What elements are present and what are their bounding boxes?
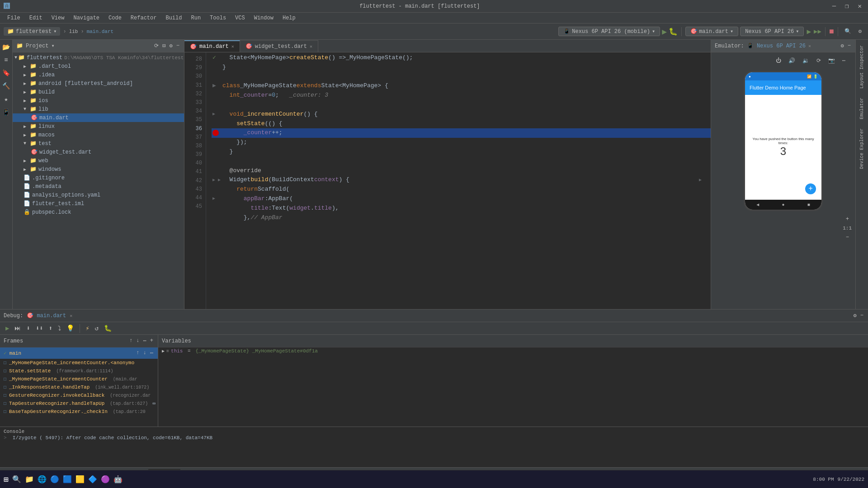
tree-idea[interactable]: ▶ 📁 .idea bbox=[13, 70, 184, 79]
run-to-cursor-btn[interactable]: ⤵ bbox=[56, 324, 63, 333]
frame-check-in[interactable]: □ BaseTapGestureRecognizer._checkIn (tap… bbox=[0, 408, 158, 416]
frames-down-btn[interactable]: ↓ bbox=[135, 337, 140, 345]
maximize-button[interactable]: ❐ bbox=[842, 2, 851, 10]
frame-main-more[interactable]: ⋯ bbox=[149, 349, 154, 357]
tab-main-close[interactable]: ✕ bbox=[231, 44, 234, 49]
tree-windows[interactable]: ▶ 📁 windows bbox=[13, 165, 184, 174]
frame-tap-up[interactable]: □ TapGestureRecognizer.handleTapUp (tap.… bbox=[0, 399, 158, 408]
hot-reload-btn[interactable]: ⚡ bbox=[84, 324, 91, 333]
close-button[interactable]: ✕ bbox=[855, 2, 864, 10]
menu-navigate[interactable]: Navigate bbox=[70, 14, 103, 22]
windows-start-icon[interactable]: ⊞ bbox=[4, 474, 9, 484]
menu-tools[interactable]: Tools bbox=[206, 14, 230, 22]
resume-btn[interactable]: ▶ bbox=[4, 324, 11, 333]
device-file-icon[interactable]: 📱 bbox=[0, 107, 12, 118]
menu-run[interactable]: Run bbox=[187, 14, 204, 22]
tree-gitignore[interactable]: 📄 .gitignore bbox=[13, 174, 184, 182]
run-button[interactable]: ▶ bbox=[662, 27, 667, 37]
menu-refactor[interactable]: Refactor bbox=[127, 14, 160, 22]
tab-widget-close[interactable]: ✕ bbox=[310, 44, 312, 49]
force-step-into-btn[interactable]: ⬇⬇ bbox=[34, 324, 45, 333]
frame-main[interactable]: ✓ main ↑ ↓ ⋯ bbox=[0, 347, 158, 359]
taskbar-ae-icon[interactable]: 🟨 bbox=[75, 475, 85, 484]
menu-edit[interactable]: Edit bbox=[26, 14, 46, 22]
evaluate-btn[interactable]: 💡 bbox=[65, 324, 76, 333]
menu-view[interactable]: View bbox=[48, 14, 68, 22]
frames-more-btn[interactable]: ⋯ bbox=[142, 337, 147, 345]
tree-main-dart[interactable]: 🎯 main.dart bbox=[13, 113, 184, 122]
tree-linux[interactable]: ▶ 📁 linux bbox=[13, 122, 184, 131]
snapshot-btn[interactable]: 📷 bbox=[826, 56, 838, 66]
debug-settings-btn[interactable]: ⚙ bbox=[853, 311, 858, 320]
taskbar-android-icon[interactable]: 🤖 bbox=[113, 475, 123, 484]
code-content[interactable]: ✓ State<MyHomePage> createState() => _My… bbox=[206, 52, 711, 309]
run-action-button[interactable]: ▶ bbox=[807, 27, 811, 36]
taskbar-file-icon[interactable]: 📁 bbox=[25, 475, 34, 484]
structure-icon[interactable]: ≡ bbox=[2, 55, 9, 66]
frame-invoke-callback[interactable]: □ GestureRecognizer.invokeCallback (reco… bbox=[0, 391, 158, 399]
frame-setstate[interactable]: □ State.setState (framework.dart:1114) bbox=[0, 367, 158, 375]
frame-increment-anon[interactable]: □ _MyHomePageState_incrementCounter.<ano… bbox=[0, 359, 158, 367]
frame-handle-tap[interactable]: □ _InkResponseState.handleTap (ink_well.… bbox=[0, 383, 158, 391]
step-out-btn[interactable]: ⬆ bbox=[47, 324, 54, 333]
taskbar-vs2-icon[interactable]: 🟣 bbox=[101, 475, 110, 484]
menu-file[interactable]: File bbox=[4, 14, 24, 22]
project-selector[interactable]: 📁 fluttertest ▾ bbox=[4, 27, 60, 36]
taskbar-vs-icon[interactable]: 🔷 bbox=[88, 475, 97, 484]
search-icon[interactable]: 🔍 bbox=[12, 475, 21, 484]
menu-code[interactable]: Code bbox=[105, 14, 125, 22]
tree-test[interactable]: ▼ 📁 test bbox=[13, 139, 184, 148]
emulator-tab-right[interactable]: Emulator bbox=[858, 94, 866, 123]
frames-add-btn[interactable]: + bbox=[149, 337, 154, 345]
rotate-btn[interactable]: ⟳ bbox=[814, 56, 824, 66]
tab-main-dart[interactable]: 🎯 main.dart ✕ bbox=[184, 40, 240, 52]
power-btn[interactable]: ⏻ bbox=[773, 56, 784, 66]
bookmarks-icon[interactable]: 🔖 bbox=[0, 67, 12, 79]
close-project-button[interactable]: − bbox=[175, 42, 180, 50]
emulator-collapse-btn[interactable]: − bbox=[847, 42, 852, 50]
layout-inspector-tab[interactable]: Layout Inspector bbox=[858, 42, 866, 92]
tree-ios[interactable]: ▶ 📁 ios bbox=[13, 96, 184, 105]
stop-button[interactable]: ■ bbox=[829, 27, 834, 36]
frames-up-btn[interactable]: ↑ bbox=[128, 337, 133, 345]
frame-main-up[interactable]: ↑ bbox=[135, 349, 140, 357]
menu-vcs[interactable]: VCS bbox=[231, 14, 249, 22]
favorites-icon[interactable]: ★ bbox=[2, 94, 9, 105]
tree-pubspec-lock[interactable]: 🔒 pubspec.lock bbox=[13, 208, 184, 216]
emulator-close-tab[interactable]: ✕ bbox=[808, 43, 811, 49]
taskbar-ps-icon[interactable]: 🟦 bbox=[63, 475, 72, 484]
tree-web[interactable]: ▶ 📁 web bbox=[13, 156, 184, 165]
tree-macos[interactable]: ▶ 📁 macos bbox=[13, 131, 184, 139]
search-everywhere-button[interactable]: 🔍 bbox=[842, 27, 854, 36]
project-header-arrow[interactable]: ▾ bbox=[51, 42, 54, 49]
tree-widget-test[interactable]: 🎯 widget_test.dart bbox=[13, 148, 184, 156]
tree-lib[interactable]: ▼ 📁 lib bbox=[13, 105, 184, 113]
frame-increment-counter[interactable]: □ _MyHomePageState_incrementCounter (mai… bbox=[0, 375, 158, 383]
sync-button[interactable]: ⟳ bbox=[153, 42, 160, 50]
volume-down-btn[interactable]: 🔉 bbox=[800, 56, 812, 66]
frame-main-down[interactable]: ↓ bbox=[142, 349, 147, 357]
project-view-icon[interactable]: 📂 bbox=[0, 42, 12, 53]
build-icon[interactable]: 🔨 bbox=[0, 80, 12, 92]
tree-root[interactable]: ▼ 📁 fluttertest D:\MAGANG\DTS TSA Kominf… bbox=[13, 53, 184, 62]
step-into-btn[interactable]: ⬇ bbox=[24, 324, 32, 333]
flutter-debug-btn[interactable]: 🐛 bbox=[102, 324, 113, 333]
step-over-btn[interactable]: ⏭ bbox=[13, 324, 23, 333]
tree-dart-tool[interactable]: ▶ 📁 .dart_tool bbox=[13, 62, 184, 70]
menu-help[interactable]: Help bbox=[279, 14, 299, 22]
menu-build[interactable]: Build bbox=[162, 14, 185, 22]
tree-analysis-options[interactable]: 📄 analysis_options.yaml bbox=[13, 191, 184, 199]
emulator-device-tab[interactable]: 📱 Nexus 6P API 26 bbox=[747, 42, 806, 49]
project-settings-button[interactable]: ⚙ bbox=[169, 42, 174, 50]
run-with-coverage-button[interactable]: ▶▶ bbox=[814, 28, 821, 35]
debug-run-button[interactable]: 🐛 bbox=[669, 27, 678, 36]
minimize-button[interactable]: — bbox=[830, 2, 839, 10]
tab-widget-test[interactable]: 🎯 widget_test.dart ✕ bbox=[240, 40, 318, 52]
api-selector[interactable]: Nexus 6P API 26 ▾ bbox=[740, 27, 804, 36]
zoom-in-btn[interactable]: + bbox=[843, 215, 852, 224]
volume-up-btn[interactable]: 🔊 bbox=[786, 56, 798, 66]
tree-android[interactable]: ▶ 📁 android [fluttertest_android] bbox=[13, 79, 184, 88]
device-explorer-tab[interactable]: Device Explorer bbox=[858, 125, 866, 173]
more-btn[interactable]: ⋯ bbox=[840, 56, 848, 66]
emulator-settings-btn[interactable]: ⚙ bbox=[840, 42, 845, 50]
